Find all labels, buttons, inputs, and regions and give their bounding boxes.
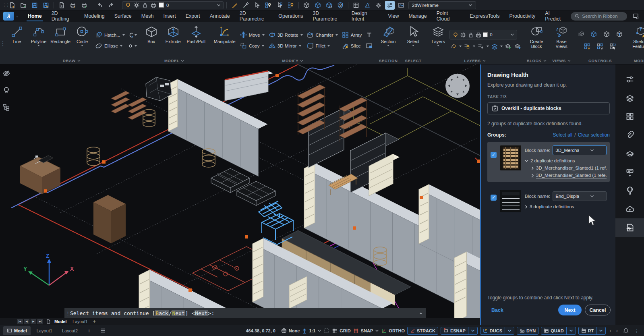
- tab-3d-parametric[interactable]: 3D Parametric: [308, 10, 346, 22]
- shaded-toggle[interactable]: [602, 29, 611, 39]
- new-file-button[interactable]: [7, 1, 17, 10]
- tab-design-intent[interactable]: Design Intent: [347, 10, 383, 22]
- tab-view[interactable]: View: [384, 10, 404, 22]
- command-line-grip[interactable]: ⋮⋮: [66, 311, 68, 315]
- view-compass[interactable]: [445, 74, 470, 98]
- visual-style-settings-button[interactable]: [385, 1, 395, 10]
- layer-lock-button[interactable]: [463, 41, 471, 51]
- draw-section-footer[interactable]: DRAW: [6, 57, 137, 64]
- command-line[interactable]: ⋮⋮ Select items and continue [Back/Next]…: [64, 308, 426, 318]
- annotation-scale-control[interactable]: None: [281, 328, 300, 334]
- shield-view-button[interactable]: [335, 1, 345, 10]
- circle-button[interactable]: Circle: [72, 23, 93, 57]
- chamfer-button[interactable]: Chamfer: [305, 30, 340, 40]
- application-menu-caret[interactable]: ⌄: [16, 15, 19, 18]
- notification-bell-icon[interactable]: [623, 328, 629, 334]
- blocks-off-toggle[interactable]: [595, 41, 605, 51]
- chamfer-caret[interactable]: [335, 34, 338, 36]
- isolate-objects-button[interactable]: [263, 1, 273, 10]
- ribbon-settings-button[interactable]: [631, 12, 641, 21]
- layer-freeze-button[interactable]: [477, 41, 485, 51]
- hatch-button[interactable]: Hatch...: [93, 30, 126, 40]
- application-menu-button[interactable]: λ: [3, 12, 14, 21]
- cancel-button[interactable]: Cancel: [585, 305, 611, 315]
- structure-tree-icon[interactable]: [2, 103, 10, 111]
- circle-flyout-caret[interactable]: [81, 45, 83, 46]
- base-views-button[interactable]: Base Views: [551, 23, 572, 57]
- tab-ai-predict[interactable]: AI Predict: [540, 10, 569, 22]
- render-panel-icon[interactable]: [615, 163, 644, 181]
- materials-panel-icon[interactable]: [615, 144, 644, 163]
- tab-operations[interactable]: Operations: [274, 10, 307, 22]
- first-layout-button[interactable]: |◀: [17, 319, 23, 324]
- status-tab-layout1[interactable]: Layout1: [33, 326, 56, 335]
- view-cube-button[interactable]: [313, 1, 323, 10]
- layout-menu-button[interactable]: [97, 326, 109, 335]
- status-tab-model[interactable]: Model: [3, 326, 31, 335]
- mirror-3d-button[interactable]: 3D Mirror: [267, 41, 304, 51]
- esnap-toggle[interactable]: ESNAP: [441, 327, 478, 335]
- tab-manage[interactable]: Manage: [404, 10, 431, 22]
- clear-selection-link[interactable]: Clear selection: [578, 132, 610, 138]
- point-button[interactable]: [127, 41, 137, 51]
- last-layout-button[interactable]: ▶|: [37, 319, 43, 324]
- views-section-footer[interactable]: VIEWS: [551, 57, 572, 64]
- move-button[interactable]: Move: [238, 30, 266, 40]
- slice-button[interactable]: Slice: [340, 41, 363, 51]
- duplicate-ref-item[interactable]: 3D_Merchandiser_Slanted1 (1 ref...: [531, 166, 607, 170]
- layer-new-button[interactable]: [514, 41, 522, 51]
- ribbon-search-input[interactable]: Search in Ribbon: [571, 12, 627, 21]
- blocks-on-toggle[interactable]: [582, 41, 592, 51]
- toolbar-grip[interactable]: ⋮⋮: [2, 4, 6, 6]
- select-button-1[interactable]: [252, 1, 262, 10]
- drawing-explorer-button[interactable]: [351, 1, 361, 10]
- select-all-link[interactable]: Select all: [553, 132, 573, 138]
- model-section-footer[interactable]: MODEL: [141, 57, 208, 64]
- section-button[interactable]: Section: [378, 23, 399, 57]
- hatch-display-toggle[interactable]: [576, 29, 586, 39]
- ribbon-grip[interactable]: ⋮: [1, 23, 5, 64]
- extrude-button[interactable]: Extrude: [163, 23, 184, 57]
- viewport-button[interactable]: [364, 41, 374, 51]
- point-caret[interactable]: [135, 45, 137, 47]
- next-layout-button[interactable]: ▶: [31, 319, 36, 324]
- cloud-share-icon[interactable]: [615, 200, 644, 218]
- match-properties-button[interactable]: [230, 1, 239, 10]
- fillet-caret[interactable]: [327, 45, 330, 47]
- tab-surface[interactable]: Surface: [110, 10, 136, 22]
- blocks-panel-icon[interactable]: [615, 107, 644, 126]
- layer-state-button[interactable]: [504, 41, 512, 51]
- select-button[interactable]: Select: [403, 23, 424, 57]
- prev-layout-button[interactable]: ◀: [24, 319, 29, 324]
- snap-toggle[interactable]: SNAP: [353, 328, 379, 334]
- tab-insert[interactable]: Insert: [159, 10, 180, 22]
- ribbon-layer-dropdown[interactable]: 0: [449, 30, 517, 39]
- open-file-button[interactable]: [19, 1, 28, 10]
- layout-list-icon[interactable]: [46, 319, 51, 324]
- ortho-toggle[interactable]: ORTHO: [381, 328, 405, 333]
- hide-objects-button[interactable]: [286, 1, 296, 10]
- copy-caret[interactable]: [262, 45, 264, 47]
- current-layer-dropdown[interactable]: 0: [122, 1, 224, 9]
- ducs-toggle[interactable]: DUCS: [480, 327, 514, 335]
- strack-toggle[interactable]: STRACK: [407, 327, 438, 335]
- hatch-flyout-caret[interactable]: [122, 34, 125, 36]
- pin-cube-toggle[interactable]: [615, 29, 624, 39]
- save-button[interactable]: [30, 1, 39, 10]
- layers-button[interactable]: Layers: [428, 23, 449, 57]
- layers-panel-icon[interactable]: [615, 89, 644, 107]
- array-button[interactable]: Array: [340, 30, 363, 40]
- quad-toggle[interactable]: QUAD: [541, 327, 576, 335]
- tab-home[interactable]: Home: [23, 10, 46, 22]
- look-from-button[interactable]: [324, 1, 334, 10]
- copy-button[interactable]: Copy: [238, 41, 266, 51]
- fillet-button[interactable]: Fillet: [305, 41, 340, 51]
- layer-off-button[interactable]: [449, 41, 458, 51]
- layer-isolate-button[interactable]: [491, 41, 499, 51]
- box-button[interactable]: Box: [141, 23, 162, 57]
- chevron-down-icon[interactable]: [599, 329, 603, 332]
- tab-2d-parametric[interactable]: 2D Parametric: [235, 10, 273, 22]
- attachments-panel-icon[interactable]: [615, 126, 644, 144]
- wireframe-toggle[interactable]: [589, 29, 598, 39]
- command-history-expand-icon[interactable]: [419, 312, 423, 315]
